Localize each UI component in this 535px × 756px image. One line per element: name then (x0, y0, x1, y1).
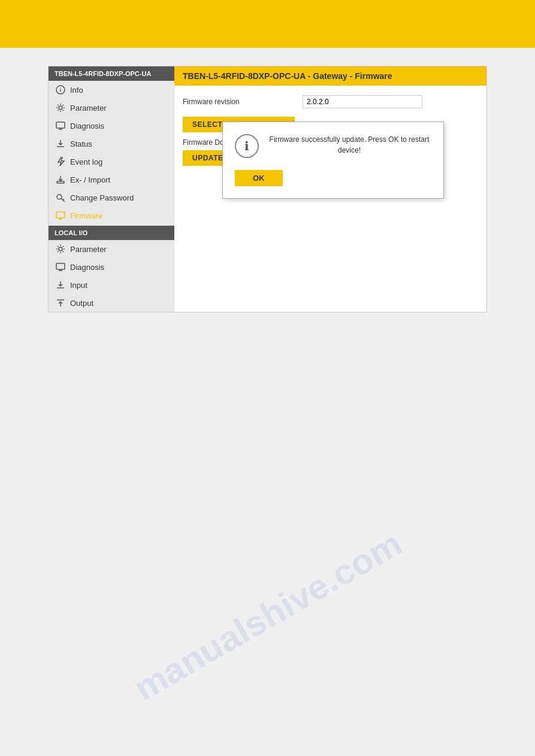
app-container: TBEN-L5-4RFID-8DXP-OPC-UA Info (48, 66, 487, 312)
dialog-content: ℹ Firmware successfully update. Press OK… (235, 134, 431, 158)
content-body: Firmware revision SELECT FIRMWARE FILE F… (174, 86, 486, 181)
local-gear-icon (55, 243, 67, 255)
sidebar-item-firmware[interactable]: Firmware (49, 207, 174, 224)
firmware-success-dialog: ℹ Firmware successfully update. Press OK… (222, 122, 444, 199)
screen-icon (55, 210, 67, 221)
top-banner (0, 0, 535, 48)
main-wrapper: TBEN-L5-4RFID-8DXP-OPC-UA Info (0, 48, 535, 330)
sidebar-gateway-header: TBEN-L5-4RFID-8DXP-OPC-UA (49, 66, 174, 81)
sidebar-local-io-header: LOCAL I/O (49, 226, 174, 240)
dialog-info-icon: ℹ (235, 134, 259, 158)
dialog-ok-button[interactable]: OK (235, 170, 283, 186)
svg-point-15 (59, 247, 62, 251)
sidebar: TBEN-L5-4RFID-8DXP-OPC-UA Info (49, 66, 174, 312)
sidebar-label-local-output: Output (70, 299, 93, 308)
status-icon (55, 138, 67, 150)
bolt-icon (55, 156, 67, 168)
info-icon (55, 84, 67, 96)
sidebar-item-local-input[interactable]: Input (49, 276, 174, 294)
sidebar-label-info: Info (70, 86, 83, 95)
svg-point-9 (57, 195, 62, 199)
sidebar-label-parameter: Parameter (70, 104, 107, 113)
firmware-revision-input[interactable] (303, 95, 422, 108)
monitor-icon (55, 120, 67, 132)
sidebar-item-parameter[interactable]: Parameter (49, 99, 174, 117)
content-header: TBEN-L5-4RFID-8DXP-OPC-UA - Gateway - Fi… (174, 66, 486, 86)
firmware-revision-row: Firmware revision (183, 95, 478, 108)
sidebar-item-eventlog[interactable]: Event log (49, 153, 174, 171)
svg-rect-16 (56, 263, 65, 269)
main-content: TBEN-L5-4RFID-8DXP-OPC-UA - Gateway - Fi… (174, 66, 486, 312)
sidebar-item-changepassword[interactable]: Change Password (49, 189, 174, 207)
svg-rect-8 (57, 181, 64, 183)
sidebar-label-changepassword: Change Password (70, 193, 134, 202)
input-icon (55, 279, 67, 291)
sidebar-item-eximport[interactable]: Ex- / Import (49, 171, 174, 189)
sidebar-item-status[interactable]: Status (49, 135, 174, 153)
sidebar-label-local-input: Input (70, 281, 87, 290)
sidebar-item-local-diagnosis[interactable]: Diagnosis (49, 258, 174, 276)
svg-line-11 (63, 199, 64, 200)
sidebar-item-diagnosis[interactable]: Diagnosis (49, 117, 174, 135)
dialog-footer: OK (235, 170, 431, 186)
watermark: manualshive.com (126, 523, 409, 709)
sidebar-label-status: Status (70, 139, 92, 148)
sidebar-label-firmware: Firmware (70, 211, 102, 220)
sidebar-item-local-parameter[interactable]: Parameter (49, 240, 174, 258)
firmware-revision-label: Firmware revision (183, 98, 303, 106)
local-monitor-icon (55, 261, 67, 273)
sidebar-label-local-diagnosis: Diagnosis (70, 263, 104, 272)
sidebar-label-eventlog: Event log (70, 157, 102, 166)
svg-rect-12 (56, 212, 65, 218)
sidebar-label-diagnosis: Diagnosis (70, 122, 104, 130)
sidebar-label-local-parameter: Parameter (70, 245, 107, 254)
sidebar-label-eximport: Ex- / Import (70, 175, 110, 184)
svg-point-3 (59, 106, 62, 110)
sidebar-item-local-output[interactable]: Output (49, 294, 174, 312)
dialog-message: Firmware successfully update. Press OK t… (267, 134, 431, 156)
sidebar-item-info[interactable]: Info (49, 81, 174, 99)
svg-point-2 (60, 87, 61, 89)
output-icon (55, 297, 67, 309)
svg-rect-4 (56, 122, 65, 128)
import-icon (55, 174, 67, 186)
gear-icon (55, 102, 67, 114)
key-icon (55, 192, 67, 204)
